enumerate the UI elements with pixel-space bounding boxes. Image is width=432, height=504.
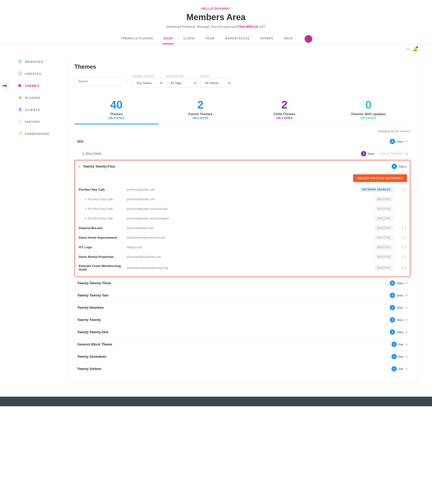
theme-row-twenty-twenty-three[interactable]: Twenty Twenty-Three 6 Sites ▾ — [74, 277, 410, 289]
notification-icon[interactable]: 🔔 — [413, 47, 418, 51]
status-badge: INACTIVE — [375, 207, 393, 211]
sidebar-item-updates[interactable]: 🔄 UPDATES — [14, 68, 62, 79]
stat-child-label: Child Themes — [245, 112, 324, 116]
theme-row-twenty-twenty[interactable]: Twenty Twenty 2 Sites ▾ — [74, 314, 410, 326]
theme-row-genesis[interactable]: Genesis Block Theme 1 Site ▾ — [74, 338, 410, 351]
theme-list: Divi 9 Sites ▾ ↳ Divi Child 3 Sites CHIL… — [74, 135, 410, 375]
page-title: Members Area — [0, 12, 432, 22]
nav-team[interactable]: TEAM — [204, 33, 215, 44]
avatar[interactable]: 👤 — [305, 35, 312, 43]
globe-icon: 🌐 — [18, 60, 23, 64]
sidebar-item-themes[interactable]: ➡ ▦ THEMES — [14, 80, 62, 91]
puzzle-icon: 🧩 — [18, 96, 23, 100]
client-filter[interactable]: All Clients — [200, 78, 231, 88]
refresh-icon: 🔄 — [18, 72, 23, 76]
sidebar-item-permissions[interactable]: 🔑 PERMISSIONS — [14, 128, 62, 139]
stat-child-sub: ON 2 SITES — [245, 117, 324, 120]
sidebar-item-websites[interactable]: 🌐 WEBSITES — [14, 56, 62, 67]
stat-parent-label: Parent Themes — [161, 112, 240, 116]
grid-icon: ▦ — [18, 84, 23, 88]
nav-cloud[interactable]: CLOUD — [182, 33, 196, 44]
theme-row-twenty-twenty-two[interactable]: Twenty Twenty-Two 4 Sites ▾ — [74, 289, 410, 302]
refresh-icon[interactable]: ↻ — [407, 47, 410, 51]
nav-offers[interactable]: OFFERS — [259, 33, 274, 44]
instance-row[interactable]: Purrfect Day Cafe purrfectdaycafe.com NE… — [78, 185, 407, 195]
theme-row-twenty-nineteen[interactable]: Twenty Nineteen 2 Sites ▾ — [74, 302, 410, 314]
theme-row-twenty-seventeen[interactable]: Twenty Seventeen 1 Site ▾ — [74, 351, 410, 363]
highlighted-header[interactable]: ★ Twenty Twenty-Four 9 Sites ▴ — [75, 160, 410, 172]
instance-table: DELETE INACTIVE INSTANCES Purrfect Day C… — [75, 172, 410, 277]
nav-themes-plugins[interactable]: THEMES & PLUGINS — [120, 33, 154, 44]
key-icon: 🔑 — [18, 132, 23, 136]
chevron-down-icon: ▾ — [406, 342, 407, 346]
nav-help[interactable]: HELP — [283, 33, 293, 44]
chevron-down-icon: ▾ — [406, 281, 407, 285]
instance-row[interactable]: Davis Rental Properties davisrentalprope… — [78, 252, 407, 262]
instance-row[interactable]: ↳ Purrfect Day Cafe purrfectdaycafe.com … — [78, 195, 407, 204]
status-badge: INACTIVE — [375, 226, 393, 230]
status-badge: INACTIVE — [375, 235, 393, 240]
toolbar: ☆ THEMES STATUS Any Status WEBSITE TAG A… — [74, 75, 410, 88]
chevron-down-icon: ▾ — [406, 306, 407, 309]
instance-row[interactable]: ↳ Purrfect Day Cafe purrfectdaycafe.com/… — [78, 214, 407, 223]
chevron-down-icon: ▾ — [406, 152, 407, 156]
theme-row-divi-child[interactable]: ↳ Divi Child 3 Sites CHILD THEMES ▾ — [74, 148, 410, 160]
stat-parent[interactable]: 2 Parent Themes ON 2 SITES — [159, 93, 242, 124]
theme-row-twenty-twenty-one[interactable]: Twenty Twenty-One 2 Sites ▾ — [74, 326, 410, 338]
status-badge: INACTIVE — [375, 197, 393, 201]
hello-greeting: HELLO DEANNA! — [0, 7, 432, 10]
stat-updates-label: Themes With Updates — [329, 112, 408, 116]
chevron-down-icon: ▾ — [406, 367, 407, 371]
chevron-up-icon: ▴ — [405, 164, 407, 168]
chat-link[interactable]: Chat With Us — [237, 25, 258, 28]
person-icon: 👤 — [18, 108, 23, 112]
instance-row[interactable]: ↳ Purrfect Day Cafe purrfectdaycafe.com/… — [78, 204, 407, 214]
content-title: Themes — [74, 63, 410, 70]
clock-icon: 🕐 — [18, 120, 23, 124]
highlighted-section: ★ Twenty Twenty-Four 9 Sites ▴ DELETE IN… — [74, 160, 410, 277]
star-icon[interactable]: ★ — [78, 164, 81, 169]
delete-inactive-button[interactable]: DELETE INACTIVE INSTANCES — [353, 174, 407, 182]
main-content: Themes ☆ THEMES STATUS Any Status WEBSIT… — [67, 56, 418, 382]
status-badge: INACTIVE — [375, 254, 393, 259]
main-nav: THEMES & PLUGINS DASH CLOUD TEAM MARKETP… — [0, 33, 432, 45]
instance-row[interactable]: Deanna McLean deannamclean.com INACTIVE … — [78, 223, 407, 233]
chevron-down-icon: ▾ — [406, 140, 407, 143]
status-badge: INACTIVE — [375, 266, 393, 270]
sidebar-item-history[interactable]: 🕐 HISTORY — [14, 116, 62, 127]
stat-themes-sub: ON 9 SITES — [77, 117, 156, 120]
stat-parent-number: 2 — [161, 98, 240, 111]
theme-row-divi[interactable]: Divi 9 Sites ▾ — [74, 135, 410, 148]
status-filter[interactable]: Any Status — [132, 78, 163, 88]
instance-row[interactable]: Emerald Coast Woodturning Guild emeraldc… — [78, 262, 407, 274]
search-input[interactable] — [74, 77, 122, 86]
stats-row: 40 Themes ON 9 SITES 2 Parent Themes ON … — [74, 93, 410, 125]
stat-updates[interactable]: 0 Themes With Updates ON 0 SITES — [326, 93, 410, 124]
tag-filter[interactable]: All Tags — [166, 78, 197, 88]
chevron-down-icon: ▾ — [406, 355, 407, 359]
stat-updates-sub: ON 0 SITES — [329, 117, 408, 120]
sidebar-item-clients[interactable]: 👤 CLIENTS — [14, 104, 62, 115]
showing-text: Showing All 40 Themes — [74, 129, 410, 133]
instance-row[interactable]: IVT Logs ivtlogs.com INACTIVE 1.2 — [78, 243, 407, 252]
stat-updates-number: 0 — [329, 98, 408, 111]
stat-themes-label: Themes — [77, 112, 156, 116]
footer-bar — [0, 397, 432, 406]
sidebar: 🌐 WEBSITES 🔄 UPDATES ➡ ▦ THEMES 🧩 PLUGIN… — [14, 56, 62, 382]
status-badge: NETWORK ENABLED — [360, 187, 393, 192]
nav-marketplace[interactable]: MARKETPLACE — [224, 33, 251, 44]
favorites-star[interactable]: ☆ — [125, 79, 129, 84]
chevron-down-icon: ▾ — [406, 293, 407, 297]
stat-child[interactable]: 2 Child Themes ON 2 SITES — [242, 93, 326, 124]
client-label: CLIENT — [200, 75, 231, 78]
theme-row-twenty-sixteen[interactable]: Twenty Sixteen 1 Site ▾ — [74, 363, 410, 375]
stat-child-number: 2 — [245, 98, 324, 111]
nav-dash[interactable]: DASH — [163, 33, 174, 44]
chevron-down-icon: ▾ — [406, 330, 407, 334]
stat-themes[interactable]: 40 Themes ON 9 SITES — [74, 93, 159, 124]
status-badge: INACTIVE — [375, 216, 393, 221]
sidebar-item-plugins[interactable]: 🧩 PLUGINS — [14, 92, 62, 103]
tag-label: WEBSITE TAG — [166, 75, 197, 78]
instance-row[interactable]: Davis Home Improvement davishomeimprovem… — [78, 233, 407, 243]
chevron-down-icon: ▾ — [406, 318, 407, 322]
